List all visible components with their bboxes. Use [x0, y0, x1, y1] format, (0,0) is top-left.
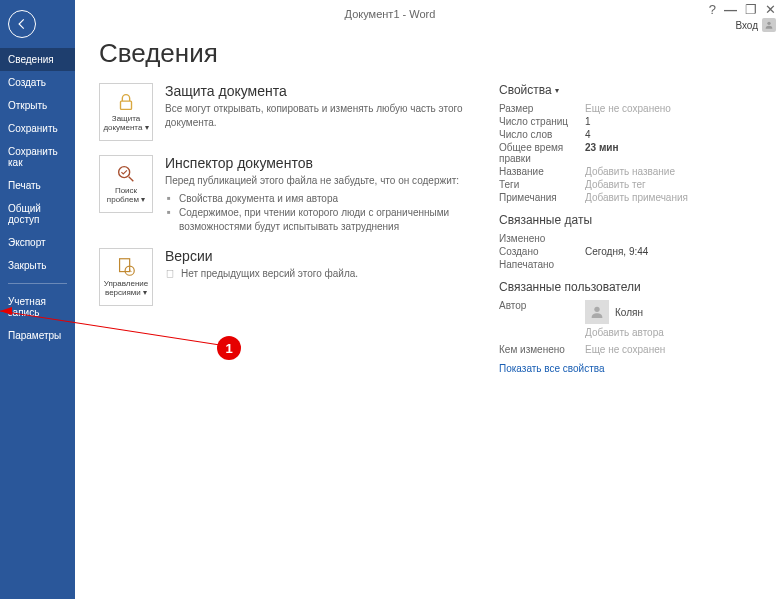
properties-panel: Свойства▾ РазмерЕще не сохраненоЧисло ст… — [499, 83, 756, 374]
svg-line-3 — [129, 177, 134, 182]
property-value: 1 — [585, 116, 591, 127]
chevron-down-icon: ▾ — [555, 86, 559, 95]
property-label: Общее время правки — [499, 142, 585, 164]
minimize-icon[interactable]: — — [724, 2, 737, 17]
property-label: Название — [499, 166, 585, 177]
properties-heading[interactable]: Свойства▾ — [499, 83, 756, 97]
nav-new[interactable]: Создать — [0, 71, 75, 94]
author-name: Колян — [615, 307, 643, 318]
window-title: Документ1 - Word — [345, 8, 436, 20]
nav-save-as[interactable]: Сохранить как — [0, 140, 75, 174]
svg-point-9 — [594, 307, 599, 312]
magnifier-icon — [115, 163, 137, 185]
modified-by-label: Кем изменено — [499, 344, 585, 355]
titlebar: Документ1 - Word ? — ❐ ✕ Вход — [0, 0, 780, 28]
author-label: Автор — [499, 300, 585, 338]
versions-section: Управление версиями ▾ Версии Нет предыду… — [99, 248, 479, 306]
document-history-icon — [115, 256, 137, 278]
inspect-section: Поиск проблем ▾ Инспектор документов Пер… — [99, 155, 479, 234]
svg-rect-1 — [121, 101, 132, 109]
property-value[interactable]: Еще не сохранено — [585, 103, 671, 114]
date-row: Напечатано — [499, 259, 756, 270]
property-label: Размер — [499, 103, 585, 114]
lock-icon — [115, 91, 137, 113]
back-button[interactable] — [8, 10, 36, 38]
versions-desc: Нет предыдущих версий этого файла. — [165, 268, 479, 279]
svg-point-2 — [119, 167, 130, 178]
nav-close[interactable]: Закрыть — [0, 254, 75, 277]
versions-button-label: Управление версиями ▾ — [102, 280, 150, 298]
add-author[interactable]: Добавить автора — [585, 327, 664, 338]
nav-open[interactable]: Открыть — [0, 94, 75, 117]
versions-title: Версии — [165, 248, 479, 264]
property-label: Число слов — [499, 129, 585, 140]
nav-info[interactable]: Сведения — [0, 48, 75, 71]
property-row: РазмерЕще не сохранено — [499, 103, 756, 114]
check-issues-button[interactable]: Поиск проблем ▾ — [99, 155, 153, 213]
modified-by-value: Еще не сохранен — [585, 344, 665, 355]
property-row: Общее время правки23 мин — [499, 142, 756, 164]
property-value: 4 — [585, 129, 591, 140]
related-dates-heading: Связанные даты — [499, 213, 756, 227]
protect-title: Защита документа — [165, 83, 479, 99]
date-label: Изменено — [499, 233, 585, 244]
nav-divider — [8, 283, 67, 284]
property-value: 23 мин — [585, 142, 619, 164]
show-all-properties-link[interactable]: Показать все свойства — [499, 363, 756, 374]
nav-export[interactable]: Экспорт — [0, 231, 75, 254]
property-value[interactable]: Добавить тег — [585, 179, 646, 190]
property-label: Примечания — [499, 192, 585, 203]
inspect-bullets: Свойства документа и имя автора Содержим… — [165, 192, 479, 234]
property-value[interactable]: Добавить название — [585, 166, 675, 177]
window-controls: ? — ❐ ✕ — [709, 2, 776, 17]
svg-rect-8 — [167, 270, 173, 278]
nav-print[interactable]: Печать — [0, 174, 75, 197]
nav-share[interactable]: Общий доступ — [0, 197, 75, 231]
page-title: Сведения — [99, 38, 756, 69]
property-row: ПримечанияДобавить примечания — [499, 192, 756, 203]
nav-save[interactable]: Сохранить — [0, 117, 75, 140]
property-label: Число страниц — [499, 116, 585, 127]
author-entry[interactable]: Колян — [585, 300, 664, 324]
bullet-item: Свойства документа и имя автора — [165, 192, 479, 206]
main-content: Сведения Защита документа ▾ Защита докум… — [75, 28, 780, 599]
property-value[interactable]: Добавить примечания — [585, 192, 688, 203]
date-row: СозданоСегодня, 9:44 — [499, 246, 756, 257]
svg-point-0 — [767, 22, 770, 25]
date-label: Напечатано — [499, 259, 585, 270]
property-row: ТегиДобавить тег — [499, 179, 756, 190]
help-icon[interactable]: ? — [709, 2, 716, 17]
protect-document-button[interactable]: Защита документа ▾ — [99, 83, 153, 141]
restore-icon[interactable]: ❐ — [745, 2, 757, 17]
nav-account[interactable]: Учетная запись — [0, 290, 75, 324]
inspect-button-label: Поиск проблем ▾ — [102, 187, 150, 205]
inspect-title: Инспектор документов — [165, 155, 479, 171]
protect-section: Защита документа ▾ Защита документа Все … — [99, 83, 479, 141]
bullet-item: Содержимое, при чтении которого люди с о… — [165, 206, 479, 234]
backstage-sidebar: Сведения Создать Открыть Сохранить Сохра… — [0, 0, 75, 599]
protect-desc: Все могут открывать, копировать и изменя… — [165, 102, 479, 130]
manage-versions-button[interactable]: Управление версиями ▾ — [99, 248, 153, 306]
property-row: Число слов4 — [499, 129, 756, 140]
close-icon[interactable]: ✕ — [765, 2, 776, 17]
date-row: Изменено — [499, 233, 756, 244]
protect-button-label: Защита документа ▾ — [102, 115, 150, 133]
inspect-desc: Перед публикацией этого файла не забудьт… — [165, 174, 479, 188]
nav-options[interactable]: Параметры — [0, 324, 75, 347]
document-icon — [165, 269, 175, 279]
property-label: Теги — [499, 179, 585, 190]
related-users-heading: Связанные пользователи — [499, 280, 756, 294]
property-row: НазваниеДобавить название — [499, 166, 756, 177]
date-value: Сегодня, 9:44 — [585, 246, 648, 257]
author-avatar-icon — [585, 300, 609, 324]
property-row: Число страниц1 — [499, 116, 756, 127]
date-label: Создано — [499, 246, 585, 257]
